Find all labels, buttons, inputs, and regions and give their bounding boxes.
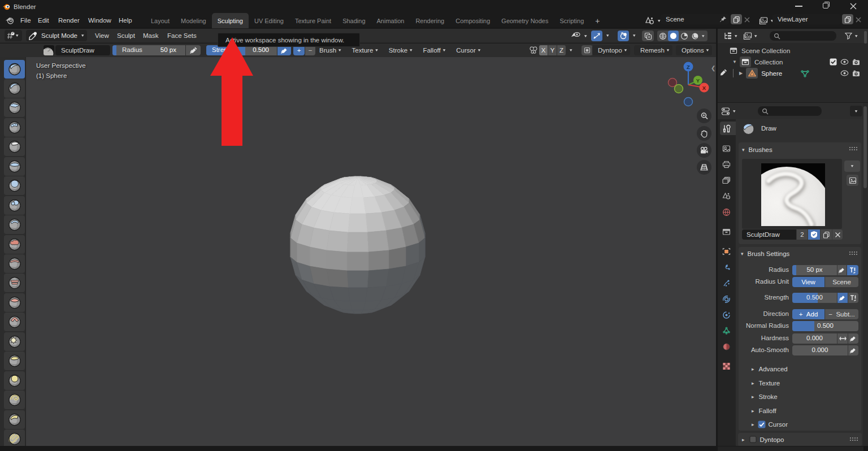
svg-text:X: X: [702, 85, 706, 91]
svg-text:Y: Y: [696, 77, 700, 84]
svg-text:Z: Z: [687, 64, 690, 70]
